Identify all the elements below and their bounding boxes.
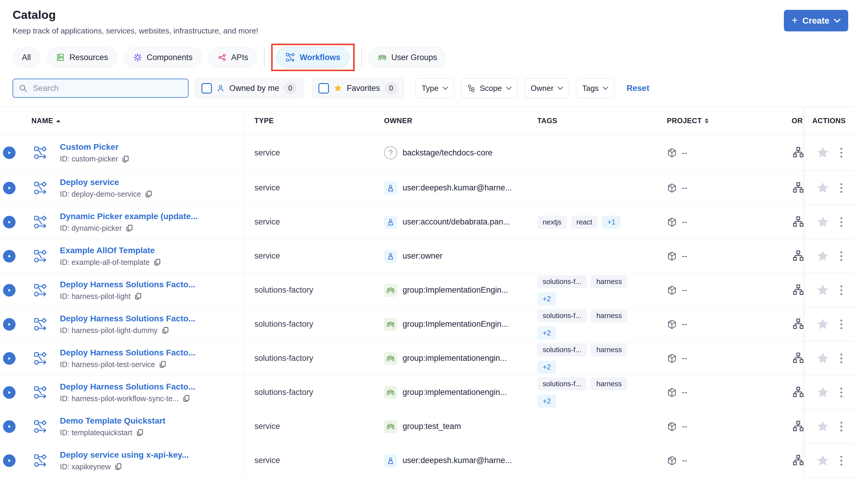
gear-icon <box>133 53 142 62</box>
favorite-star-button[interactable] <box>816 146 830 160</box>
owner-name: group:ImplementationEngin... <box>403 320 508 329</box>
tag-list: solutions-f...harness+2 <box>537 377 632 408</box>
copy-id-button[interactable] <box>182 395 190 402</box>
owner-filter-dropdown[interactable]: Owner <box>524 78 569 98</box>
search-input[interactable] <box>32 84 183 93</box>
copy-id-button[interactable] <box>136 429 144 436</box>
favorite-star-button[interactable] <box>816 420 830 433</box>
create-button[interactable]: + Create <box>784 10 848 31</box>
favorite-star-button[interactable] <box>816 249 830 263</box>
tag-more-chip[interactable]: +1 <box>602 216 621 229</box>
row-menu-button[interactable] <box>839 182 843 194</box>
row-menu-button[interactable] <box>839 420 843 433</box>
workflow-name-link[interactable]: Deploy service using x-api-key... <box>60 450 189 460</box>
workflow-name-link[interactable]: Deploy Harness Solutions Facto... <box>60 382 195 392</box>
copy-id-button[interactable] <box>121 155 129 163</box>
tag-more-chip[interactable]: +2 <box>537 326 556 340</box>
favorite-star-button[interactable] <box>816 215 830 229</box>
copy-id-button[interactable] <box>161 326 169 334</box>
column-label: PROJECT <box>667 116 702 125</box>
person-icon <box>217 84 225 92</box>
reset-filters-link[interactable]: Reset <box>627 84 649 93</box>
run-workflow-button[interactable] <box>3 216 16 228</box>
column-header-name[interactable]: NAME <box>0 107 244 134</box>
workflow-id-line: ID: custom-picker <box>60 155 129 163</box>
column-header-project[interactable]: PROJECT <box>667 107 778 134</box>
copy-id-button[interactable] <box>153 258 161 266</box>
table-row: Demo Template Quickstart ID: templatequi… <box>0 410 856 444</box>
workflow-name-link[interactable]: Deploy Harness Solutions Facto... <box>60 348 195 358</box>
actions-cell <box>804 205 856 239</box>
scope-filter-dropdown[interactable]: Scope <box>461 78 518 98</box>
row-menu-button[interactable] <box>839 284 843 296</box>
tag-chip: solutions-f... <box>537 377 587 391</box>
workflow-name-link[interactable]: Dynamic Picker example (update... <box>60 212 198 221</box>
favorite-star-button[interactable] <box>816 283 830 297</box>
owner-name: user:owner <box>403 251 443 261</box>
row-menu-button[interactable] <box>839 353 843 364</box>
workflow-name-link[interactable]: Deploy Harness Solutions Facto... <box>60 280 195 289</box>
row-menu-button[interactable] <box>839 318 843 330</box>
tags-cell <box>537 135 667 171</box>
copy-id-button[interactable] <box>144 190 152 198</box>
actions-cell <box>804 273 856 307</box>
workflow-name-link[interactable]: Demo Template Quickstart <box>60 416 166 426</box>
tag-more-chip[interactable]: +2 <box>537 395 556 408</box>
workflow-name-link[interactable]: Deploy Harness Solutions Facto... <box>60 314 195 323</box>
tag-chip: solutions-f... <box>537 343 587 356</box>
favorite-star-button[interactable] <box>816 352 830 365</box>
copy-id-button[interactable] <box>159 361 167 368</box>
row-menu-button[interactable] <box>839 216 843 228</box>
run-workflow-button[interactable] <box>3 386 16 399</box>
tag-more-chip[interactable]: +2 <box>537 292 556 306</box>
favorite-star-button[interactable] <box>816 318 830 331</box>
tab-label: Components <box>147 53 192 62</box>
run-workflow-button[interactable] <box>3 250 16 263</box>
run-workflow-button[interactable] <box>3 146 16 159</box>
run-workflow-button[interactable] <box>3 420 16 433</box>
tab-resources[interactable]: Resources <box>47 47 117 68</box>
run-workflow-button[interactable] <box>3 352 16 365</box>
tab-components[interactable]: Components <box>124 47 202 68</box>
row-menu-button[interactable] <box>839 250 843 262</box>
tab-workflows[interactable]: Workflows <box>276 47 349 68</box>
copy-id-button[interactable] <box>134 292 142 300</box>
workflow-icon <box>286 53 295 62</box>
row-menu-button[interactable] <box>839 147 843 159</box>
type-cell: solutions-factory <box>244 341 384 375</box>
workflow-name-link[interactable]: Example AllOf Template <box>60 246 155 255</box>
type-filter-dropdown[interactable]: Type <box>415 78 454 98</box>
run-workflow-button[interactable] <box>3 182 16 194</box>
copy-id-button[interactable] <box>114 463 122 470</box>
workflow-kind-cell <box>21 341 60 375</box>
tab-apis[interactable]: APIs <box>208 47 257 68</box>
project-cell: -- <box>667 376 778 409</box>
row-menu-button[interactable] <box>839 386 843 398</box>
owned-by-me-label: Owned by me <box>229 84 279 93</box>
tag-more-chip[interactable]: +2 <box>537 361 556 374</box>
row-menu-button[interactable] <box>839 455 843 467</box>
favorites-checkbox[interactable] <box>319 83 329 93</box>
tab-user-groups[interactable]: User Groups <box>369 47 446 68</box>
org-cell <box>778 205 804 239</box>
favorite-star-button[interactable] <box>816 181 830 195</box>
copy-icon <box>125 224 133 232</box>
table-row: Dynamic Picker example (update... ID: dy… <box>0 205 856 239</box>
tag-list: solutions-f...harness+2 <box>537 343 632 374</box>
favorite-star-button[interactable] <box>816 385 830 399</box>
copy-id-button[interactable] <box>125 224 133 232</box>
name-cell: Deploy Harness Solutions Facto... ID: ha… <box>60 273 244 307</box>
run-workflow-button[interactable] <box>3 454 16 467</box>
tags-filter-dropdown[interactable]: Tags <box>576 78 615 98</box>
name-cell: Example AllOf Template ID: example-all-o… <box>60 239 244 273</box>
workflow-name-link[interactable]: Deploy service <box>60 178 119 187</box>
group-icon <box>384 420 397 433</box>
run-workflow-button[interactable] <box>3 284 16 296</box>
tags-cell <box>537 239 667 273</box>
tab-all[interactable]: All <box>13 47 40 68</box>
favorite-star-button[interactable] <box>816 454 830 468</box>
workflow-name-link[interactable]: Custom Picker <box>60 142 119 152</box>
owned-by-me-checkbox[interactable] <box>202 83 212 93</box>
run-workflow-button[interactable] <box>3 318 16 330</box>
org-cell <box>778 341 804 375</box>
